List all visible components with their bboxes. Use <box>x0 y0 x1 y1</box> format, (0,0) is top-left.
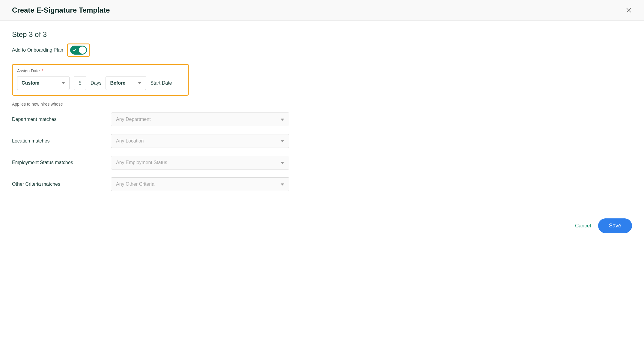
other-criteria-select[interactable]: Any Other Criteria <box>111 177 289 191</box>
location-select[interactable]: Any Location <box>111 134 289 148</box>
assign-date-section: Assign Date * Custom Days Before <box>12 64 189 96</box>
check-icon <box>73 48 77 52</box>
close-icon[interactable] <box>625 7 632 14</box>
required-indicator: * <box>41 68 43 73</box>
other-criteria-select-placeholder: Any Other Criteria <box>116 182 154 187</box>
chevron-down-icon <box>281 117 284 122</box>
step-indicator: Step 3 of 3 <box>12 30 632 39</box>
start-date-label: Start Date <box>150 80 172 86</box>
save-button[interactable]: Save <box>598 218 632 233</box>
criteria-row-other: Other Criteria matches Any Other Criteri… <box>12 177 632 191</box>
onboarding-plan-toggle[interactable] <box>70 46 87 55</box>
chevron-down-icon <box>281 139 284 144</box>
modal-title: Create E-Signature Template <box>12 6 110 14</box>
cancel-button[interactable]: Cancel <box>575 223 591 229</box>
chevron-down-icon <box>281 160 284 165</box>
assign-date-label: Assign Date * <box>17 68 184 73</box>
modal-footer: Cancel Save <box>0 211 644 240</box>
assign-date-type-value: Custom <box>22 80 40 86</box>
criteria-row-location: Location matches Any Location <box>12 134 632 148</box>
chevron-down-icon <box>61 82 65 85</box>
location-select-placeholder: Any Location <box>116 138 144 144</box>
onboarding-plan-toggle-row: Add to Onboarding Plan <box>12 44 632 57</box>
days-label: Days <box>91 80 101 86</box>
chevron-down-icon <box>281 182 284 187</box>
toggle-highlight-box <box>67 44 90 57</box>
assign-date-days-input[interactable] <box>74 76 86 90</box>
toggle-thumb <box>79 46 86 54</box>
assign-date-label-text: Assign Date <box>17 68 40 73</box>
applies-to-label: Applies to new hires whose <box>12 102 632 106</box>
location-matches-label: Location matches <box>12 138 111 144</box>
criteria-row-employment-status: Employment Status matches Any Employment… <box>12 156 632 170</box>
department-select-placeholder: Any Department <box>116 117 151 122</box>
other-criteria-matches-label: Other Criteria matches <box>12 182 111 187</box>
criteria-row-department: Department matches Any Department <box>12 112 632 126</box>
onboarding-plan-toggle-label: Add to Onboarding Plan <box>12 47 63 53</box>
employment-status-select-placeholder: Any Employment Status <box>116 160 167 165</box>
employment-status-select[interactable]: Any Employment Status <box>111 156 289 170</box>
department-select[interactable]: Any Department <box>111 112 289 126</box>
modal-body: Step 3 of 3 Add to Onboarding Plan Assig… <box>0 21 644 211</box>
assign-date-controls: Custom Days Before Start Date <box>17 76 184 90</box>
modal-header: Create E-Signature Template <box>0 0 644 21</box>
assign-date-relation-select[interactable]: Before <box>106 76 146 90</box>
employment-status-matches-label: Employment Status matches <box>12 160 111 165</box>
department-matches-label: Department matches <box>12 117 111 122</box>
chevron-down-icon <box>138 82 142 85</box>
create-esignature-template-modal: Create E-Signature Template Step 3 of 3 … <box>0 0 644 240</box>
assign-date-type-select[interactable]: Custom <box>17 76 70 90</box>
assign-date-relation-value: Before <box>110 80 125 86</box>
